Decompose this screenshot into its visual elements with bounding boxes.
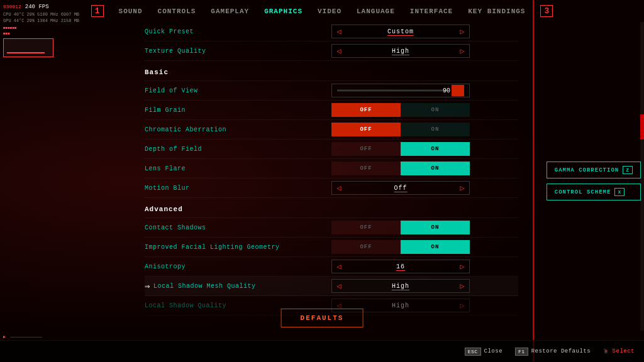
gpu-temp: 44°C bbox=[14, 18, 25, 25]
gamma-correction-button[interactable]: GAMMA CORRECTION Z bbox=[547, 162, 641, 178]
anisotropy-value: 16 bbox=[346, 263, 455, 270]
motion-blur-arrow-control[interactable]: ◁ Off ▷ bbox=[331, 181, 470, 195]
local-shadow-quality-right-arrow[interactable]: ▷ bbox=[455, 299, 469, 312]
motion-blur-label: Motion Blur bbox=[145, 185, 283, 192]
film-grain-off[interactable]: OFF bbox=[331, 103, 401, 117]
lens-flare-on[interactable]: ON bbox=[401, 162, 470, 175]
facial-lighting-toggle[interactable]: OFF ON bbox=[331, 240, 470, 254]
quick-preset-row: Quick Preset ◁ Custom ▷ bbox=[145, 22, 518, 41]
gamma-key: Z bbox=[623, 166, 633, 174]
basic-label: Basic bbox=[145, 63, 169, 78]
texture-quality-left-arrow[interactable]: ◁ bbox=[332, 45, 346, 57]
film-grain-control: OFF ON bbox=[283, 103, 518, 117]
bracket-3[interactable]: 3 bbox=[540, 5, 553, 17]
control-scheme-button[interactable]: CONTROL SCHEME X bbox=[547, 184, 641, 200]
fov-control: 90 bbox=[283, 84, 518, 97]
contact-shadows-off[interactable]: OFF bbox=[331, 221, 401, 234]
dof-label: Depth of Field bbox=[145, 146, 283, 153]
fov-value: 90 bbox=[443, 87, 450, 94]
close-label: Close bbox=[484, 348, 503, 354]
bottom-bar: ESC Close F1 Restore Defaults 🖱 Select bbox=[0, 340, 644, 362]
facial-lighting-on[interactable]: ON bbox=[401, 240, 470, 254]
facial-lighting-row: Improved Facial Lighting Geometry OFF ON bbox=[145, 238, 518, 257]
nav-language[interactable]: LANGUAGE bbox=[357, 8, 395, 15]
dof-on[interactable]: ON bbox=[401, 142, 470, 156]
contact-shadows-label: Contact Shadows bbox=[145, 224, 283, 231]
film-grain-toggle[interactable]: OFF ON bbox=[331, 103, 470, 117]
local-shadow-mesh-label: Local Shadow Mesh Quality bbox=[153, 283, 256, 290]
nav-video[interactable]: VIDEO bbox=[318, 8, 341, 15]
control-key: X bbox=[614, 188, 625, 196]
facial-lighting-label: Improved Facial Lighting Geometry bbox=[145, 244, 283, 251]
chromatic-control: OFF ON bbox=[283, 123, 518, 136]
nav-gameplay[interactable]: GAMEPLAY bbox=[211, 8, 249, 15]
nav-interface[interactable]: INTERFACE bbox=[410, 8, 453, 15]
quick-preset-arrow-control[interactable]: ◁ Custom ▷ bbox=[331, 25, 470, 38]
nav-graphics[interactable]: GRAPHICS bbox=[264, 8, 303, 15]
nav-controls[interactable]: CONTROLS bbox=[158, 8, 196, 15]
fov-slider[interactable]: 90 bbox=[331, 84, 470, 97]
contact-shadows-on[interactable]: ON bbox=[401, 221, 470, 234]
nav-sound[interactable]: SOUND bbox=[119, 8, 143, 15]
facial-lighting-off[interactable]: OFF bbox=[331, 240, 401, 254]
anisotropy-arrow-control[interactable]: ◁ 16 ▷ bbox=[331, 260, 470, 273]
motion-blur-right-arrow[interactable]: ▷ bbox=[455, 182, 469, 194]
select-label: Select bbox=[613, 348, 635, 354]
motion-blur-value: Off bbox=[346, 185, 455, 192]
texture-quality-right-arrow[interactable]: ▷ bbox=[455, 45, 469, 57]
local-shadow-mesh-arrow-control[interactable]: ◁ High ▷ bbox=[331, 279, 470, 293]
top-navigation: 1 SOUND CONTROLS GAMEPLAY GRAPHICS VIDEO… bbox=[0, 5, 644, 17]
facial-lighting-control: OFF ON bbox=[283, 240, 518, 254]
local-shadow-mesh-control: ◁ High ▷ bbox=[283, 279, 518, 293]
basic-section-header: Basic bbox=[145, 61, 518, 81]
select-action[interactable]: 🖱 Select bbox=[603, 348, 635, 355]
quick-preset-left-arrow[interactable]: ◁ bbox=[332, 25, 346, 38]
gpu-usage: 29% bbox=[26, 18, 35, 25]
texture-quality-control: ◁ High ▷ bbox=[283, 44, 518, 58]
anisotropy-control: ◁ 16 ▷ bbox=[283, 260, 518, 273]
gamma-label: GAMMA CORRECTION bbox=[555, 167, 619, 173]
row-selection-arrow: ⇒ bbox=[145, 281, 150, 292]
texture-quality-row: Texture Quality ◁ High ▷ bbox=[145, 41, 518, 61]
fov-track bbox=[337, 90, 447, 92]
restore-label: Restore Defaults bbox=[531, 348, 591, 354]
dof-row: Depth of Field OFF ON bbox=[145, 140, 518, 159]
chromatic-on[interactable]: ON bbox=[401, 123, 470, 136]
local-shadow-mesh-right-arrow[interactable]: ▷ bbox=[455, 280, 469, 292]
dof-off[interactable]: OFF bbox=[331, 142, 401, 156]
anisotropy-right-arrow[interactable]: ▷ bbox=[455, 260, 469, 273]
lens-flare-control: OFF ON bbox=[283, 162, 518, 175]
texture-quality-arrow-control[interactable]: ◁ High ▷ bbox=[331, 44, 470, 58]
local-shadow-quality-value: High bbox=[346, 302, 455, 309]
defaults-button[interactable]: DEFAULTS bbox=[281, 309, 364, 327]
chromatic-toggle[interactable]: OFF ON bbox=[331, 123, 470, 136]
texture-quality-label: Texture Quality bbox=[145, 48, 283, 55]
select-icon: 🖱 bbox=[603, 348, 609, 355]
contact-shadows-row: Contact Shadows OFF ON bbox=[145, 218, 518, 238]
advanced-label: Advanced bbox=[145, 200, 183, 215]
dof-control: OFF ON bbox=[283, 142, 518, 156]
lens-flare-off[interactable]: OFF bbox=[331, 162, 401, 175]
motion-blur-left-arrow[interactable]: ◁ bbox=[332, 182, 346, 194]
gpu-label: GPU bbox=[3, 18, 11, 25]
local-shadow-mesh-left-arrow[interactable]: ◁ bbox=[332, 280, 346, 292]
local-shadow-mesh-row: ⇒ Local Shadow Mesh Quality ◁ High ▷ bbox=[145, 277, 518, 296]
minimap bbox=[3, 38, 53, 57]
chromatic-off[interactable]: OFF bbox=[331, 123, 401, 136]
quick-preset-label: Quick Preset bbox=[145, 28, 283, 35]
anisotropy-left-arrow[interactable]: ◁ bbox=[332, 260, 346, 273]
advanced-section-header: Advanced bbox=[145, 198, 518, 218]
nav-keybindings[interactable]: KEY BINDINGS bbox=[468, 8, 525, 15]
contact-shadows-toggle[interactable]: OFF ON bbox=[331, 221, 470, 234]
local-shadow-quality-label: Local Shadow Quality bbox=[145, 302, 283, 309]
side-buttons-panel: GAMMA CORRECTION Z CONTROL SCHEME X bbox=[547, 162, 641, 200]
quick-preset-right-arrow[interactable]: ▷ bbox=[455, 25, 469, 38]
red-accent-line bbox=[533, 0, 534, 362]
film-grain-on[interactable]: ON bbox=[401, 103, 470, 117]
fov-label: Field of View bbox=[145, 87, 283, 94]
lens-flare-row: Lens Flare OFF ON bbox=[145, 159, 518, 178]
bracket-1[interactable]: 1 bbox=[91, 5, 104, 17]
lens-flare-toggle[interactable]: OFF ON bbox=[331, 162, 470, 175]
dof-toggle[interactable]: OFF ON bbox=[331, 142, 470, 156]
gpu-mem: 2158 MB bbox=[61, 18, 79, 25]
